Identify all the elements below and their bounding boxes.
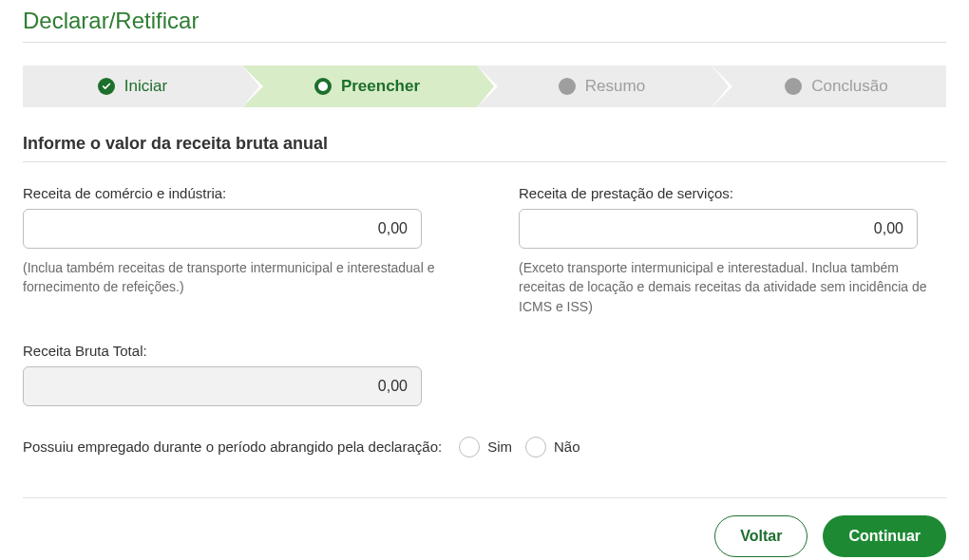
input-receita-servicos[interactable] <box>519 209 918 249</box>
separator <box>23 497 946 498</box>
section-title: Informe o valor da receita bruta anual <box>23 134 946 162</box>
back-button[interactable]: Voltar <box>714 515 808 557</box>
future-step-icon <box>785 78 802 95</box>
label-receita-total: Receita Bruta Total: <box>23 343 450 359</box>
radio-label: Não <box>554 439 580 455</box>
question-text: Possuiu empregado durante o período abra… <box>23 439 442 455</box>
input-receita-total <box>23 366 422 406</box>
future-step-icon <box>559 78 576 95</box>
page-title: Declarar/Retificar <box>23 8 946 43</box>
radio-icon <box>459 437 480 457</box>
radio-nao[interactable]: Não <box>525 437 580 457</box>
step-label: Conclusão <box>811 77 887 96</box>
empregado-question: Possuiu empregado durante o período abra… <box>23 433 946 480</box>
current-step-icon <box>314 78 332 95</box>
step-resumo[interactable]: Resumo <box>477 65 712 107</box>
continue-button[interactable]: Continuar <box>823 515 946 557</box>
hint-receita-comercio: (Inclua também receitas de transporte in… <box>23 258 441 297</box>
step-label: Iniciar <box>124 77 167 96</box>
step-label: Preencher <box>341 77 420 96</box>
label-receita-servicos: Receita de prestação de serviços: <box>519 185 946 201</box>
check-circle-icon <box>98 78 115 95</box>
input-receita-comercio[interactable] <box>23 209 422 249</box>
radio-sim[interactable]: Sim <box>459 437 512 457</box>
step-iniciar[interactable]: Iniciar <box>23 65 242 107</box>
radio-icon <box>525 437 546 457</box>
label-receita-comercio: Receita de comércio e indústria: <box>23 185 450 201</box>
radio-label: Sim <box>487 439 512 455</box>
actions: Voltar Continuar <box>23 515 946 557</box>
stepper: Iniciar Preencher Resumo Conclusão <box>23 65 946 107</box>
step-conclusao[interactable]: Conclusão <box>712 65 946 107</box>
hint-receita-servicos: (Exceto transporte intermunicipal e inte… <box>519 258 937 316</box>
step-preencher[interactable]: Preencher <box>242 65 477 107</box>
step-label: Resumo <box>585 77 645 96</box>
